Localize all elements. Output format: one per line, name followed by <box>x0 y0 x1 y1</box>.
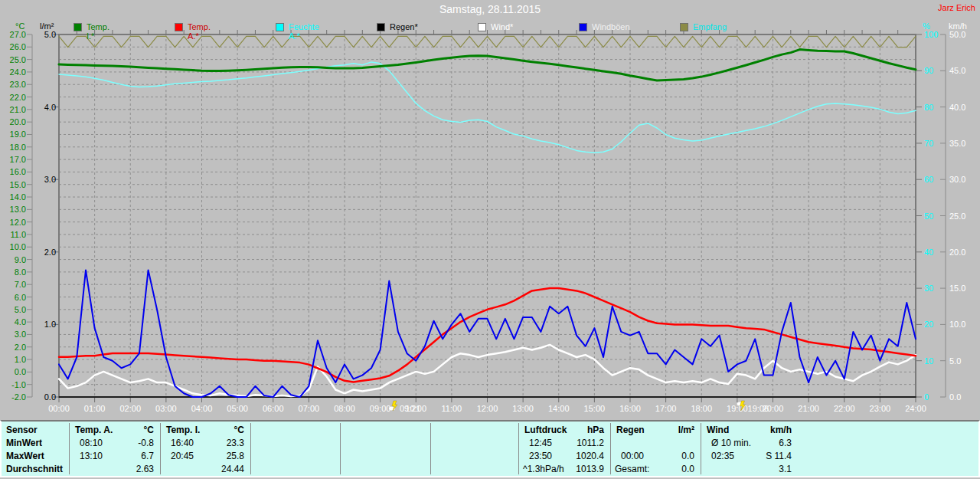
temp-tick-label: 7.0 <box>15 280 26 289</box>
table-divider <box>250 423 251 474</box>
legend-label: Wind* <box>491 22 513 31</box>
table-divider <box>518 423 519 474</box>
time-tick-label: 05:00 <box>227 404 248 413</box>
rain-tick-label: 1.0 <box>44 320 56 329</box>
temp-tick-label: 4.0 <box>15 317 26 326</box>
legend-label: Temp. I.* <box>87 22 109 41</box>
humidity-tick-label: 30 <box>924 284 933 293</box>
max-time: 13:10 <box>80 451 103 462</box>
min-value: 1011.2 <box>577 438 604 449</box>
temp-tick-label: 8.0 <box>15 267 26 277</box>
column-header: Temp. A. <box>75 425 113 436</box>
time-tick-label: 08:00 <box>334 404 355 413</box>
table-divider <box>160 423 161 474</box>
humidity-tick-label: 80 <box>924 103 933 112</box>
sunrise-time-label: 09:21 <box>400 404 421 413</box>
humidity-tick-label: 40 <box>924 248 933 257</box>
windspeed-tick-label: 10.0 <box>949 320 965 329</box>
time-tick-label: 17:00 <box>655 404 677 413</box>
column-header: Luftdruck <box>524 425 567 436</box>
windspeed-tick-label: 30.0 <box>949 175 965 184</box>
max-value: 1020.4 <box>576 451 604 462</box>
time-tick-label: 22:00 <box>834 404 855 413</box>
weather-chart: -2.0-1.00.01.02.03.04.05.06.07.08.09.010… <box>0 0 980 420</box>
time-tick-label: 09:00 <box>370 404 391 413</box>
weather-station-window: -2.0-1.00.01.02.03.04.05.06.07.08.09.010… <box>0 0 980 479</box>
windspeed-tick-label: 45.0 <box>949 66 965 75</box>
table-divider <box>430 423 431 474</box>
temp-tick-label: 1.0 <box>15 355 26 364</box>
rain-tick-label: 0.0 <box>44 392 56 402</box>
chart-legend: Temp. I.*Temp. A.*Feuchte A.*Regen*Wind*… <box>0 22 980 34</box>
sunset-time-label: 19:06 <box>748 404 769 413</box>
column-unit: km/h <box>770 425 792 436</box>
time-tick-label: 12:00 <box>477 404 498 413</box>
table-divider <box>701 423 701 474</box>
temp-tick-label: 23.0 <box>10 80 26 89</box>
column-header: Regen <box>616 425 645 436</box>
min-time: 16:40 <box>171 438 194 449</box>
temp-tick-label: 6.0 <box>15 293 26 302</box>
windspeed-tick-label: 5.0 <box>949 356 961 366</box>
legend-label: Empfang <box>693 22 727 31</box>
avg-value: 2.63 <box>136 464 154 475</box>
column-unit: l/m² <box>678 425 694 436</box>
legend-swatch-icon <box>377 23 385 31</box>
column-header: Wind <box>707 425 729 436</box>
humidity-tick-label: 0 <box>924 392 929 402</box>
min-value: -0.8 <box>138 438 154 449</box>
windspeed-tick-label: 35.0 <box>949 139 965 148</box>
row-label: MaxWert <box>6 451 44 462</box>
series-feuchte-a- <box>59 62 916 153</box>
time-tick-label: 06:00 <box>263 404 284 413</box>
temp-tick-label: 10.0 <box>10 242 26 251</box>
station-name: Jarz Erich <box>938 3 975 12</box>
chart-title: Samstag, 28.11.2015 <box>0 3 980 15</box>
humidity-tick-label: 10 <box>924 356 933 366</box>
max-time: 23:50 <box>529 451 552 462</box>
legend-label: Feuchte A.* <box>289 22 319 41</box>
time-tick-label: 13:00 <box>512 404 534 413</box>
min-value: 23.3 <box>227 438 244 449</box>
max-time: 00:00 <box>621 451 644 462</box>
time-tick-label: 21:00 <box>798 404 819 413</box>
windspeed-tick-label: 20.0 <box>949 248 965 257</box>
row-label: Durchschnitt <box>6 464 63 475</box>
temp-tick-label: 11.0 <box>10 230 26 239</box>
time-tick-label: 03:00 <box>155 404 177 413</box>
max-value: 25.8 <box>227 451 244 462</box>
humidity-tick-label: 50 <box>924 212 933 221</box>
min-time: Ø 10 min. <box>711 438 751 449</box>
avg-value: 3.1 <box>779 464 792 475</box>
temp-tick-label: 15.0 <box>10 180 26 189</box>
temp-tick-label: 16.0 <box>10 167 26 176</box>
max-value: 0.0 <box>681 451 694 462</box>
time-tick-label: 01:00 <box>84 404 106 413</box>
time-tick-label: 02:00 <box>119 404 141 413</box>
rain-tick-label: 3.0 <box>44 175 56 184</box>
column-header: Temp. I. <box>166 425 200 436</box>
windspeed-tick-label: 40.0 <box>949 103 965 112</box>
time-tick-label: 07:00 <box>299 404 320 413</box>
avg-label: Gesamt: <box>615 464 649 475</box>
temp-tick-label: 13.0 <box>10 205 26 214</box>
temp-tick-label: 5.0 <box>15 305 26 314</box>
humidity-tick-label: 70 <box>924 139 933 148</box>
table-divider <box>69 423 70 474</box>
time-tick-label: 16:00 <box>619 404 641 413</box>
legend-swatch-icon <box>74 23 82 31</box>
time-tick-label: 11:00 <box>442 404 462 413</box>
summary-table: SensorMinWertMaxWertDurchschnittTemp. A.… <box>0 420 980 477</box>
time-tick-label: 18:00 <box>691 404 712 413</box>
time-tick-label: 00:00 <box>48 404 70 413</box>
min-time: 12:45 <box>529 438 552 449</box>
temp-tick-label: 14.0 <box>10 192 26 202</box>
temp-tick-label: -2.0 <box>11 392 26 402</box>
time-tick-label: 23:00 <box>870 404 891 413</box>
max-value: S 11.4 <box>766 451 792 462</box>
temp-tick-label: 22.0 <box>10 93 26 102</box>
legend-swatch-icon <box>680 23 688 31</box>
humidity-tick-label: 20 <box>924 320 933 329</box>
max-time: 20:45 <box>171 451 194 462</box>
temp-tick-label: 24.0 <box>10 67 26 77</box>
